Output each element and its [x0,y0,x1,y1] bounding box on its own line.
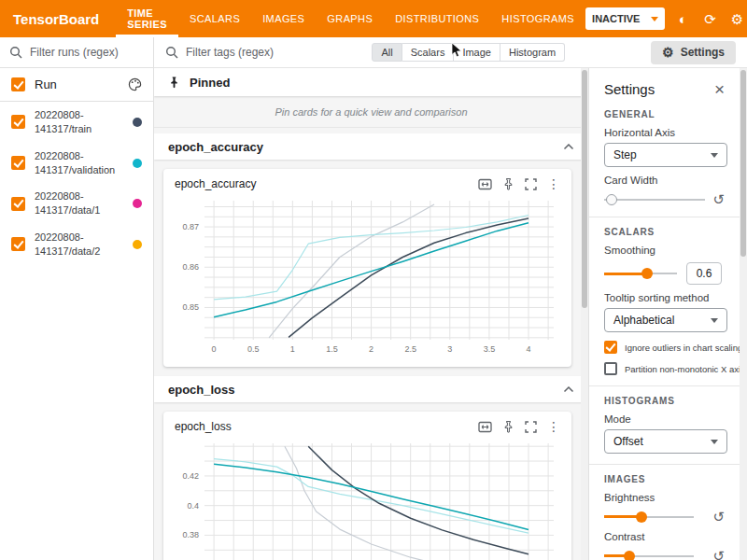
settings-button[interactable]: ⚙ Settings [651,41,736,64]
card-width-label: Card Width [604,175,725,186]
slider-thumb[interactable] [641,268,653,279]
pinned-empty-message: Pin cards for a quick view and compariso… [154,96,588,128]
reset-icon[interactable]: ↺ [712,549,725,560]
nav-tabs: TIME SERIES SCALARS IMAGES GRAPHS DISTRI… [116,0,585,37]
section-header-epoch-accuracy[interactable]: epoch_accuracy [154,133,588,160]
epoch-loss-chart[interactable]: 0.420.40.380.36 [163,436,571,560]
run-row-train[interactable]: 20220808-141317/train [0,102,153,143]
chip-all[interactable]: All [372,43,402,62]
tab-scalars[interactable]: SCALARS [178,0,251,37]
tab-distributions[interactable]: DISTRIBUTIONS [384,0,490,37]
refresh-icon[interactable]: ⟳ [700,12,719,26]
chip-histogram[interactable]: Histogram [500,43,565,62]
fit-domain-icon[interactable] [478,421,492,433]
slider-thumb[interactable] [606,194,617,205]
partition-x-axis-checkbox[interactable] [604,362,617,375]
main-scrollbar[interactable] [581,68,588,560]
svg-text:0: 0 [212,344,217,354]
pin-card-icon[interactable] [502,420,514,433]
card-width-slider[interactable] [604,193,705,206]
chevron-up-icon [563,144,574,150]
chevron-down-icon [711,318,718,323]
cards-area: Pinned Pin cards for a quick view and co… [154,68,588,560]
slider-thumb[interactable] [636,511,647,523]
tab-time-series[interactable]: TIME SERIES [116,0,178,37]
tag-type-filter: All Scalars Image Histogram [372,43,565,62]
pinned-section-header[interactable]: Pinned [154,68,588,96]
tags-filter-row [165,46,372,59]
histograms-section-label: HISTOGRAMS [604,396,725,406]
run-color-dot [133,118,142,127]
run-color-dot [133,240,142,249]
reset-icon[interactable]: ↺ [712,192,725,206]
fullscreen-icon[interactable] [525,178,537,190]
slider-thumb[interactable] [624,551,635,560]
app-header: TensorBoard TIME SERIES SCALARS IMAGES G… [0,0,747,37]
partition-x-axis-label: Partition non-monotonic X axis [625,364,745,374]
chevron-up-icon [563,386,574,393]
more-options-icon[interactable]: ⋮ [547,419,560,434]
section-body-epoch-accuracy: epoch_accuracy ⋮ 0.850.860.8700.511.522.… [154,160,588,376]
pin-icon [168,76,180,89]
run-checkbox[interactable] [11,237,25,251]
runs-filter-row [0,37,153,68]
more-options-icon[interactable]: ⋮ [547,176,560,191]
tab-images[interactable]: IMAGES [251,0,316,37]
histogram-mode-select[interactable]: Offset [604,429,727,454]
smoothing-label: Smoothing [604,245,725,256]
gear-icon[interactable]: ⚙ [727,12,746,26]
smoothing-value-input[interactable]: 0.6 [686,262,722,285]
settings-panel-title: Settings [604,81,655,97]
reload-status-select[interactable]: INACTIVE [585,7,665,30]
fit-domain-icon[interactable] [478,178,492,190]
svg-text:2.5: 2.5 [404,344,416,354]
settings-panel: Settings × GENERAL Horizontal Axis Step … [588,68,747,560]
run-label: 20220808-141317/data/2 [35,231,117,259]
settings-scrollbar[interactable] [740,68,747,560]
pin-card-icon[interactable] [502,177,514,190]
contrast-slider[interactable] [604,550,694,560]
svg-text:1.5: 1.5 [326,344,338,354]
horizontal-axis-select[interactable]: Step [604,143,727,167]
epoch-accuracy-chart[interactable]: 0.850.860.8700.511.522.533.54 [163,193,571,367]
runs-filter-input[interactable] [30,46,133,59]
tab-histograms[interactable]: HISTOGRAMS [490,0,585,37]
run-checkbox[interactable] [11,156,25,170]
fullscreen-icon[interactable] [525,421,537,433]
chip-scalars[interactable]: Scalars [402,43,455,62]
select-all-runs-checkbox[interactable] [11,77,25,91]
run-checkbox[interactable] [11,197,25,211]
run-checkbox[interactable] [11,115,25,129]
settings-scrollbar-thumb[interactable] [740,70,746,257]
brightness-label: Brightness [604,492,725,503]
ignore-outliers-checkbox[interactable] [604,341,617,354]
images-section-label: IMAGES [604,474,725,484]
run-row-data-1[interactable]: 20220808-141317/data/1 [0,183,153,224]
run-row-data-2[interactable]: 20220808-141317/data/2 [0,224,153,265]
section-title: epoch_loss [168,383,235,397]
reset-icon[interactable]: ↺ [712,510,725,524]
general-section-label: GENERAL [604,109,725,119]
section-body-epoch-loss: epoch_loss ⋮ 0.420.40.380.36 [154,402,588,560]
horizontal-axis-label: Horizontal Axis [604,127,725,138]
gear-icon: ⚙ [662,46,674,59]
search-icon [9,46,22,59]
run-label: 20220808-141317/train [35,108,117,136]
tags-toolbar: All Scalars Image Histogram ⚙ Settings [154,37,747,68]
brightness-slider[interactable] [604,511,694,524]
histogram-mode-label: Mode [604,413,725,425]
tags-filter-input[interactable] [186,46,335,59]
run-color-dot [133,159,142,168]
chip-image[interactable]: Image [454,43,500,62]
svg-text:0.87: 0.87 [182,222,199,231]
section-header-epoch-loss[interactable]: epoch_loss [154,376,588,402]
tooltip-sorting-select[interactable]: Alphabetical [604,308,727,332]
run-row-validation[interactable]: 20220808-141317/validation [0,143,153,184]
palette-icon[interactable] [128,77,142,91]
smoothing-slider[interactable] [604,267,677,280]
tab-graphs[interactable]: GRAPHS [316,0,384,37]
theme-toggle-icon[interactable]: ◐ [673,12,692,26]
close-icon[interactable]: × [714,80,725,98]
main-scrollbar-thumb[interactable] [582,70,587,308]
ignore-outliers-label: Ignore outliers in chart scaling [625,343,742,353]
